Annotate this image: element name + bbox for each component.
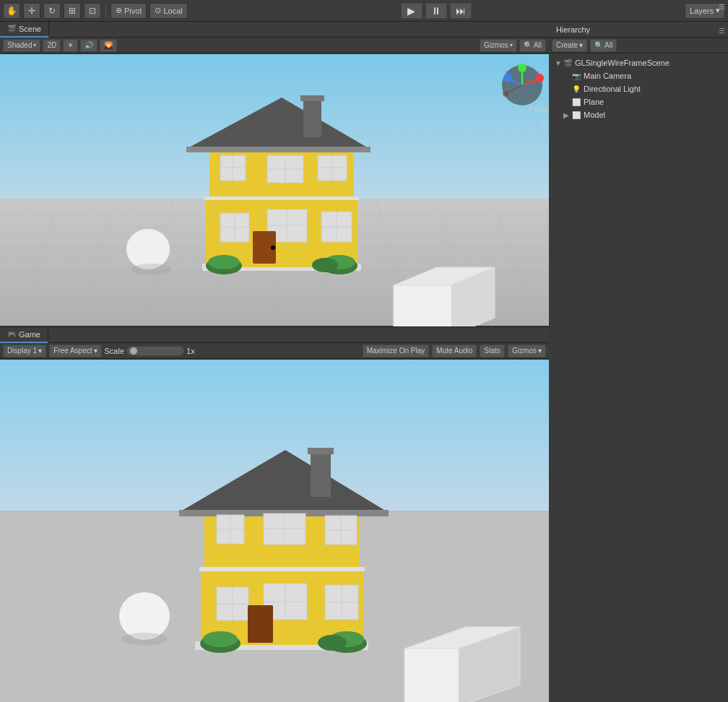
- create-label: Create: [556, 41, 578, 49]
- mute-audio-btn[interactable]: Mute Audio: [432, 344, 477, 358]
- scene-tab-bar: 🎬 Scene ☰: [0, 22, 549, 38]
- scale-label: Scale: [105, 347, 125, 355]
- scene-tab-label: Scene: [19, 25, 41, 33]
- pivot-btn[interactable]: ⊕ Pivot: [110, 3, 147, 19]
- directional-light-label: Directional Light: [584, 84, 641, 93]
- game-canvas[interactable]: [0, 359, 549, 702]
- 2d-btn[interactable]: 2D: [43, 39, 61, 52]
- aspect-dropdown-icon: ▾: [94, 347, 98, 355]
- game-tab-label: Game: [19, 330, 40, 339]
- maximize-on-play-btn[interactable]: Maximize On Play: [363, 344, 430, 358]
- hierarchy-directional-light[interactable]: ▶ 💡 Directional Light: [549, 82, 728, 95]
- mute-label: Mute Audio: [436, 347, 472, 355]
- svg-text:← Persp: ← Persp: [519, 105, 549, 113]
- stats-label: Stats: [484, 347, 500, 355]
- svg-point-68: [503, 91, 508, 97]
- svg-point-104: [203, 631, 238, 647]
- lighting-btn[interactable]: ☀: [63, 39, 78, 52]
- model-label: Model: [584, 110, 605, 119]
- gizmos-btn[interactable]: Gizmos ▾: [480, 39, 517, 52]
- hierarchy-panel-menu-btn[interactable]: ☰: [716, 26, 727, 36]
- audio-btn[interactable]: 🔊: [80, 39, 98, 52]
- light-icon: 💡: [572, 85, 581, 93]
- hand-tool-btn[interactable]: ✋: [3, 3, 20, 19]
- scene-svg: X Y Z ← Persp: [0, 53, 549, 326]
- gizmos-dropdown-icon: ▾: [510, 42, 513, 48]
- shading-btn[interactable]: Shaded ▾: [3, 39, 40, 52]
- svg-rect-51: [204, 196, 359, 200]
- hierarchy-tab-label: Hierarchy: [556, 25, 590, 34]
- scale-tool-btn[interactable]: ⊞: [64, 3, 81, 19]
- svg-rect-101: [248, 605, 273, 643]
- rotate-tool-btn[interactable]: ↻: [43, 3, 61, 19]
- scene-canvas[interactable]: X Y Z ← Persp: [0, 53, 549, 326]
- hierarchy-search-btn[interactable]: 🔍 All: [590, 39, 617, 52]
- scene-name: GLSingleWireFrameScene: [575, 58, 670, 67]
- main-layout: 🎬 Scene ☰ Shaded ▾ 2D ☀ 🔊 🌄 Giz: [0, 22, 728, 702]
- hierarchy-tab-bar: Hierarchy ☰: [549, 22, 728, 38]
- game-gizmos-btn[interactable]: Gizmos ▾: [508, 344, 546, 358]
- game-tab-icon: 🎮: [7, 330, 16, 338]
- hierarchy-content: ▼ 🎬 GLSingleWireFrameScene ▶ 📷 Main Came…: [549, 53, 728, 702]
- search-btn[interactable]: 🔍 All: [519, 39, 546, 52]
- create-btn[interactable]: Create ▾: [552, 39, 587, 52]
- 2d-label: 2D: [47, 41, 56, 49]
- aspect-btn[interactable]: Free Aspect ▾: [49, 344, 101, 358]
- play-button[interactable]: ▶: [401, 3, 422, 19]
- svg-point-47: [208, 255, 240, 269]
- svg-text:Y: Y: [521, 62, 524, 67]
- rect-tool-btn[interactable]: ⊡: [84, 3, 101, 19]
- game-svg: [0, 359, 549, 702]
- display-dropdown-icon: ▾: [38, 347, 42, 355]
- game-toolbar: Display 1 ▾ Free Aspect ▾ Scale 1x Maxim…: [0, 343, 549, 359]
- model-expand-arrow: ▶: [563, 111, 572, 119]
- top-toolbar: ✋ ✛ ↻ ⊞ ⊡ ⊕ Pivot ⊙ Local ▶ ⏸ ⏭ Layers ▾: [0, 0, 728, 22]
- svg-rect-102: [199, 567, 365, 571]
- pause-button[interactable]: ⏸: [425, 3, 447, 19]
- stats-btn[interactable]: Stats: [480, 344, 505, 358]
- svg-point-75: [121, 633, 168, 646]
- hierarchy-scene-root[interactable]: ▼ 🎬 GLSingleWireFrameScene: [549, 56, 728, 69]
- local-icon: ⊙: [155, 6, 161, 15]
- hierarchy-plane[interactable]: ▶ ⬜ Plane: [549, 95, 728, 108]
- shading-dropdown-icon: ▾: [33, 42, 36, 48]
- svg-text:Z: Z: [505, 71, 508, 76]
- display-btn[interactable]: Display 1 ▾: [3, 344, 46, 358]
- hierarchy-toolbar: Create ▾ 🔍 All: [549, 38, 728, 53]
- move-tool-btn[interactable]: ✛: [23, 3, 40, 19]
- svg-point-107: [318, 635, 347, 651]
- game-tab-bar: 🎮 Game ☰: [0, 327, 549, 343]
- all-label: All: [534, 41, 542, 49]
- display-label: Display 1: [7, 347, 37, 355]
- effects-btn[interactable]: 🌄: [100, 39, 117, 52]
- scale-slider[interactable]: [126, 346, 184, 356]
- maximize-label: Maximize On Play: [367, 347, 425, 355]
- scene-expand-arrow: ▼: [555, 59, 563, 67]
- game-gizmos-dropdown-icon: ▾: [538, 347, 542, 355]
- svg-text:x: x: [540, 119, 545, 128]
- svg-point-50: [312, 258, 338, 272]
- camera-icon: 📷: [572, 72, 581, 80]
- scene-tab[interactable]: 🎬 Scene: [0, 22, 49, 38]
- game-panel-menu-btn[interactable]: ☰: [716, 1, 727, 12]
- step-button[interactable]: ⏭: [450, 3, 472, 19]
- svg-text:X: X: [537, 71, 540, 76]
- scene-view: 🎬 Scene ☰ Shaded ▾ 2D ☀ 🔊 🌄 Giz: [0, 22, 549, 327]
- scene-tab-icon: 🎬: [7, 25, 16, 32]
- plane-icon: ⬜: [572, 98, 581, 106]
- local-label: Local: [163, 6, 182, 15]
- svg-point-18: [131, 264, 172, 275]
- pivot-icon: ⊕: [116, 6, 122, 15]
- svg-point-45: [271, 246, 275, 250]
- game-view: 🎮 Game ☰ Display 1 ▾ Free Aspect ▾ Scale: [0, 327, 549, 702]
- svg-rect-24: [303, 98, 321, 137]
- local-btn[interactable]: ⊙ Local: [150, 3, 187, 19]
- hierarchy-tab[interactable]: Hierarchy: [549, 22, 597, 38]
- search-icon: 🔍: [524, 41, 532, 49]
- hierarchy-model[interactable]: ▶ ⬜ Model: [549, 108, 728, 121]
- hierarchy-main-camera[interactable]: ▶ 📷 Main Camera: [549, 69, 728, 82]
- game-tab[interactable]: 🎮 Game: [0, 327, 48, 343]
- game-gizmos-label: Gizmos: [512, 347, 537, 355]
- aspect-label: Free Aspect: [53, 347, 92, 355]
- gizmos-label: Gizmos: [484, 41, 508, 49]
